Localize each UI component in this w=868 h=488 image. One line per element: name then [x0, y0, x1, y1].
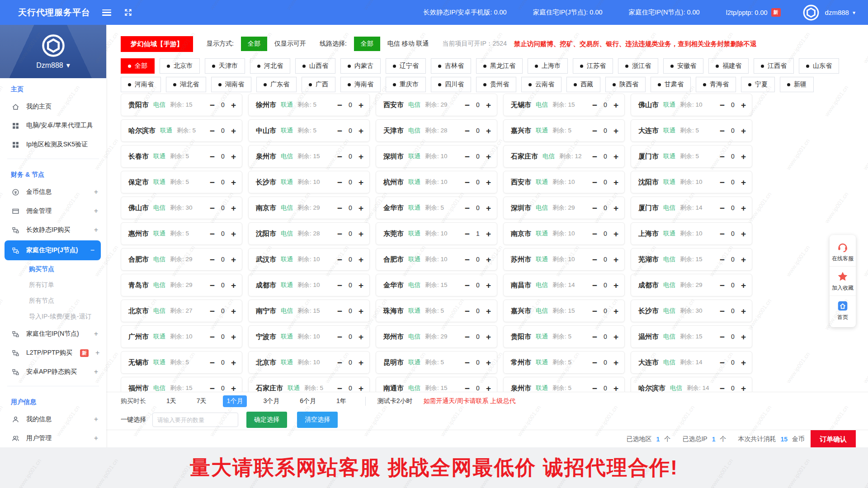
province-button[interactable]: 北京市: [160, 58, 200, 74]
province-button[interactable]: 西藏: [566, 77, 600, 92]
increase-button[interactable]: +: [486, 358, 491, 367]
sidebar-subitem[interactable]: 所有节点: [0, 293, 106, 309]
sidebar-item[interactable]: 我的主页: [0, 97, 106, 116]
increase-button[interactable]: +: [486, 255, 491, 264]
province-button[interactable]: 河南省: [121, 77, 161, 92]
province-button[interactable]: 江西省: [754, 58, 794, 74]
expand-toggle-icon[interactable]: +: [94, 226, 98, 234]
increase-button[interactable]: +: [231, 333, 236, 341]
increase-button[interactable]: +: [486, 333, 491, 341]
decrease-button[interactable]: −: [210, 358, 215, 367]
province-button[interactable]: 贵州省: [476, 77, 516, 92]
expand-toggle-icon[interactable]: −: [90, 246, 94, 254]
expand-toggle-icon[interactable]: +: [94, 188, 98, 196]
quantity-input[interactable]: [152, 413, 238, 427]
increase-button[interactable]: +: [741, 281, 746, 290]
sidebar-subitem[interactable]: 导入IP-续费/更换-退订: [0, 309, 106, 324]
decrease-button[interactable]: −: [465, 101, 470, 109]
increase-button[interactable]: +: [741, 127, 746, 135]
account-name[interactable]: Dzm888 ▾: [36, 61, 70, 70]
username[interactable]: dzm888: [825, 9, 849, 16]
sidebar-item[interactable]: 安卓APP静态购买 +: [0, 362, 106, 381]
decrease-button[interactable]: −: [210, 384, 215, 392]
increase-button[interactable]: +: [613, 333, 618, 341]
increase-button[interactable]: +: [231, 101, 236, 109]
increase-button[interactable]: +: [741, 230, 746, 238]
increase-button[interactable]: +: [486, 307, 491, 315]
increase-button[interactable]: +: [359, 127, 363, 135]
decrease-button[interactable]: −: [337, 204, 342, 212]
decrease-button[interactable]: −: [465, 152, 470, 161]
display-all-button[interactable]: 全部: [241, 37, 267, 51]
duration-option[interactable]: 1个月: [223, 395, 247, 407]
increase-button[interactable]: +: [231, 204, 236, 212]
expand-toggle-icon[interactable]: +: [94, 415, 98, 423]
decrease-button[interactable]: −: [592, 230, 597, 238]
expand-toggle-icon[interactable]: +: [94, 368, 98, 376]
increase-button[interactable]: +: [613, 101, 618, 109]
decrease-button[interactable]: −: [592, 204, 597, 212]
sidebar-item[interactable]: 我的信息 +: [0, 410, 106, 429]
increase-button[interactable]: +: [231, 152, 236, 161]
online-service-button[interactable]: 在线客服: [830, 237, 856, 266]
increase-button[interactable]: +: [613, 255, 618, 264]
expand-toggle-icon[interactable]: +: [94, 330, 98, 338]
decrease-button[interactable]: −: [720, 384, 725, 392]
increase-button[interactable]: +: [231, 358, 236, 367]
hamburger-menu-icon[interactable]: [102, 9, 111, 16]
expand-toggle-icon[interactable]: +: [95, 349, 99, 357]
test-card-option[interactable]: 测试卡2小时: [377, 397, 413, 405]
province-button[interactable]: 湖北省: [166, 77, 206, 92]
duration-option[interactable]: 3个月: [259, 395, 283, 407]
province-button[interactable]: 四川省: [431, 77, 471, 92]
increase-button[interactable]: +: [359, 101, 363, 109]
province-button[interactable]: 黑龙江省: [476, 58, 523, 74]
province-button[interactable]: 福建省: [708, 58, 749, 74]
increase-button[interactable]: +: [741, 307, 746, 315]
increase-button[interactable]: +: [613, 281, 618, 290]
decrease-button[interactable]: −: [465, 281, 470, 290]
increase-button[interactable]: +: [231, 127, 236, 135]
increase-button[interactable]: +: [231, 307, 236, 315]
duration-option[interactable]: 6个月: [296, 395, 320, 407]
sidebar-item[interactable]: Ip地区检测及SK5验证: [0, 135, 106, 154]
expand-toggle-icon[interactable]: +: [94, 207, 98, 215]
province-button[interactable]: 新疆: [780, 77, 814, 92]
province-button[interactable]: 青海省: [696, 77, 736, 92]
sidebar-item[interactable]: L2TP/PPTP购买 新 +: [0, 343, 106, 362]
decrease-button[interactable]: −: [337, 152, 342, 161]
increase-button[interactable]: +: [486, 230, 491, 238]
province-button[interactable]: 重庆市: [386, 77, 426, 92]
province-button[interactable]: 山东省: [799, 58, 839, 74]
decrease-button[interactable]: −: [592, 178, 597, 187]
confirm-select-button[interactable]: 确定选择: [246, 412, 287, 428]
province-button[interactable]: 辽宁省: [386, 58, 426, 74]
decrease-button[interactable]: −: [465, 204, 470, 212]
expand-toggle-icon[interactable]: +: [94, 434, 98, 442]
decrease-button[interactable]: −: [210, 333, 215, 341]
province-button[interactable]: 内蒙古: [340, 58, 381, 74]
decrease-button[interactable]: −: [337, 255, 342, 264]
increase-button[interactable]: +: [741, 152, 746, 161]
province-button[interactable]: 湖南省: [211, 77, 251, 92]
decrease-button[interactable]: −: [337, 178, 342, 187]
increase-button[interactable]: +: [359, 307, 363, 315]
increase-button[interactable]: +: [486, 152, 491, 161]
carrier-options[interactable]: 电信 移动 联通: [387, 40, 429, 48]
decrease-button[interactable]: −: [720, 307, 725, 315]
increase-button[interactable]: +: [486, 178, 491, 187]
increase-button[interactable]: +: [486, 101, 491, 109]
province-button[interactable]: 河北省: [250, 58, 290, 74]
increase-button[interactable]: +: [231, 384, 236, 392]
increase-button[interactable]: +: [359, 384, 363, 392]
increase-button[interactable]: +: [486, 384, 491, 392]
increase-button[interactable]: +: [359, 255, 363, 264]
decrease-button[interactable]: −: [720, 152, 725, 161]
increase-button[interactable]: +: [741, 384, 746, 392]
order-confirm-button[interactable]: 订单确认: [811, 430, 856, 448]
decrease-button[interactable]: −: [592, 281, 597, 290]
decrease-button[interactable]: −: [337, 101, 342, 109]
province-button[interactable]: 陕西省: [605, 77, 646, 92]
line-all-button[interactable]: 全部: [354, 37, 380, 51]
decrease-button[interactable]: −: [592, 384, 597, 392]
